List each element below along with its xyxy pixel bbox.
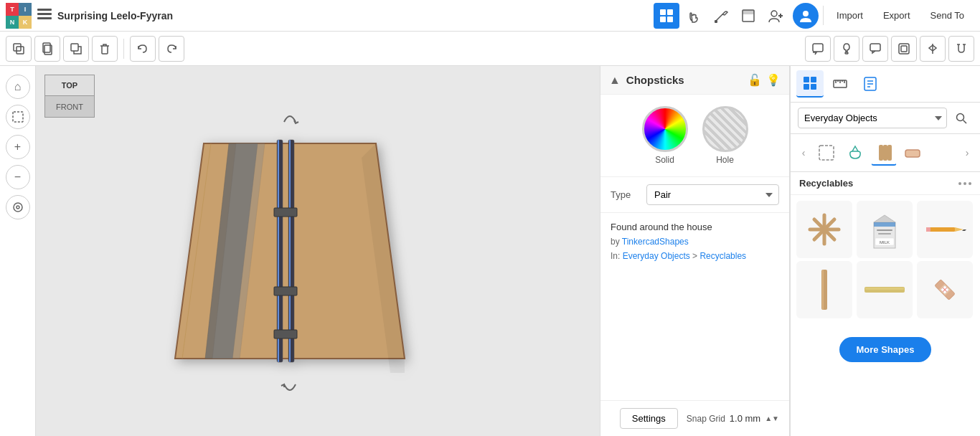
svg-rect-40	[811, 84, 816, 90]
svg-rect-57	[905, 150, 920, 157]
by-label: by	[611, 237, 622, 247]
lock-icon[interactable]: 🔓	[748, 73, 762, 87]
in-text: In: Everyday Objects > Recyclables	[611, 251, 779, 261]
shape-options: Solid Hole	[600, 95, 789, 177]
panel-collapse-btn[interactable]: ▲	[609, 74, 621, 87]
logo-k: K	[19, 16, 32, 29]
zoom-out-btn[interactable]: −	[6, 165, 30, 189]
svg-point-51	[957, 113, 964, 120]
build-btn[interactable]	[708, 3, 734, 29]
svg-rect-12	[14, 44, 21, 51]
cube-top-face: TOP	[44, 75, 95, 96]
cube-front-face: FRONT	[44, 96, 95, 118]
shape-item-pencil[interactable]	[917, 201, 973, 258]
chat-btn[interactable]	[805, 36, 831, 62]
svg-marker-63	[874, 215, 895, 222]
duplicate-btn[interactable]	[63, 36, 89, 62]
menu-icon[interactable]	[37, 9, 52, 23]
category1-link[interactable]: Everyday Objects	[623, 251, 690, 261]
ruler-shapes-btn[interactable]	[826, 70, 854, 98]
svg-rect-7	[715, 20, 717, 23]
panel-bottom: Settings Snap Grid 1.0 mm ▲▼	[600, 400, 789, 436]
section-more-btn[interactable]	[958, 182, 971, 185]
view-cube[interactable]: TOP FRONT	[44, 75, 95, 125]
svg-marker-70	[955, 227, 963, 232]
cat-next-btn[interactable]: ›	[960, 146, 974, 160]
projects-btn[interactable]	[735, 3, 761, 29]
home-btn[interactable]: ⌂	[6, 75, 30, 99]
cat-prev-btn[interactable]: ‹	[796, 146, 811, 160]
viewport[interactable]: TOP FRONT	[36, 66, 600, 436]
workspace-copy-btn[interactable]	[6, 36, 32, 62]
svg-rect-19	[870, 44, 880, 51]
export-btn[interactable]: Export	[873, 6, 920, 25]
snap-grid: Snap Grid 1.0 mm ▲▼	[687, 413, 779, 424]
shape-outline-btn[interactable]	[891, 36, 917, 62]
tinker-btn[interactable]	[681, 3, 707, 29]
svg-rect-64	[874, 222, 895, 227]
svg-rect-22	[13, 112, 23, 122]
type-select[interactable]: Single Pair Set	[646, 184, 779, 205]
cat-eraser[interactable]	[900, 140, 925, 166]
import-btn[interactable]: Import	[826, 6, 873, 25]
comment-btn[interactable]	[862, 36, 888, 62]
svg-rect-39	[804, 84, 809, 90]
panel-title: Chopsticks	[626, 74, 748, 86]
settings-3d-btn[interactable]	[6, 195, 30, 219]
dot1	[958, 182, 961, 185]
hole-option[interactable]: Hole	[702, 106, 748, 165]
delete-btn[interactable]	[92, 36, 118, 62]
more-shapes-btn[interactable]: More Shapes	[839, 337, 932, 362]
toolbar	[0, 32, 980, 66]
search-shapes-btn[interactable]	[950, 107, 973, 130]
logo-n: N	[6, 16, 19, 29]
shapes-category-nav: ‹	[791, 134, 980, 172]
svg-rect-38	[811, 77, 816, 82]
author-link[interactable]: TinkercadShapes	[622, 237, 689, 247]
zoom-in-btn[interactable]: +	[6, 135, 30, 159]
panel-header: ▲ Chopsticks 🔓 💡	[600, 66, 789, 95]
solid-circle	[642, 106, 688, 152]
svg-rect-30	[278, 140, 279, 362]
magnet-btn[interactable]	[948, 36, 974, 62]
mirror-btn[interactable]	[920, 36, 946, 62]
profile-btn[interactable]	[793, 3, 819, 29]
grid-shapes-btn[interactable]	[796, 70, 824, 98]
cat-recycle[interactable]	[842, 140, 868, 166]
svg-rect-21	[901, 46, 907, 52]
shape-item-chopstick[interactable]	[796, 261, 852, 318]
cat-cylinders[interactable]	[871, 140, 897, 166]
top-right-nav: Import Export Send To	[654, 3, 974, 29]
svg-rect-35	[274, 330, 297, 338]
select-all-btn[interactable]	[6, 105, 30, 129]
category2-link[interactable]: Recyclables	[699, 251, 746, 261]
undo-btn[interactable]	[130, 36, 156, 62]
shape-item-ruler-stick[interactable]	[857, 261, 913, 318]
in-separator: >	[692, 251, 699, 261]
lightbulb-btn[interactable]	[834, 36, 859, 62]
settings-btn[interactable]: Settings	[620, 408, 678, 429]
svg-rect-17	[813, 44, 823, 52]
send-to-btn[interactable]: Send To	[920, 6, 974, 25]
svg-rect-74	[822, 270, 824, 310]
redo-btn[interactable]	[159, 36, 184, 62]
shapes-top-row	[791, 66, 980, 103]
visibility-icon[interactable]: 💡	[766, 73, 781, 87]
logo[interactable]: T I N K	[6, 3, 32, 29]
svg-rect-56	[888, 146, 891, 160]
svg-rect-34	[274, 287, 297, 295]
copy-btn[interactable]	[34, 36, 60, 62]
cat-select-box[interactable]	[814, 140, 839, 166]
chopsticks-panel: ▲ Chopsticks 🔓 💡 Solid Hole Type Single	[600, 66, 790, 436]
svg-point-23	[14, 203, 22, 212]
grid-view-btn[interactable]	[654, 3, 679, 29]
shape-item-starburst[interactable]	[796, 201, 852, 258]
add-user-btn[interactable]	[763, 3, 788, 29]
shape-item-milk-carton[interactable]: MILK	[857, 201, 913, 258]
solid-option[interactable]: Solid	[642, 106, 688, 165]
notes-btn[interactable]	[857, 70, 884, 98]
shapes-category-dropdown[interactable]: Basic Shapes Everyday Objects Text and N…	[798, 108, 947, 128]
shape-item-bandage[interactable]	[917, 261, 973, 318]
svg-rect-0	[37, 9, 52, 11]
snap-arrows[interactable]: ▲▼	[765, 414, 779, 422]
